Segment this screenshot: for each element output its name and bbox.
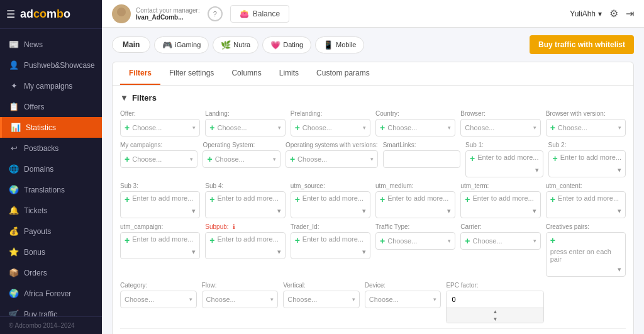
os-label: Operating System: xyxy=(203,142,280,148)
sidebar-item-label: Statistics xyxy=(26,123,56,132)
filter-sub4: Sub 4: + Enter to add more... ▾ xyxy=(205,182,285,218)
plus-icon: + xyxy=(295,123,300,133)
chevron-icon: ▾ xyxy=(618,125,621,131)
sidebar-header: ☰ adcombo xyxy=(0,0,102,29)
username-label: YuliAhh xyxy=(570,9,596,18)
prelanding-select[interactable]: + Choose... ▾ xyxy=(291,119,370,136)
epc-up-button[interactable]: ▲ xyxy=(447,308,543,316)
vertical-select[interactable]: Choose... ▾ xyxy=(283,291,360,308)
tab-igaming[interactable]: 🎮 iGaming xyxy=(154,36,209,53)
plus-icon: + xyxy=(380,123,385,133)
traffic-type-select[interactable]: + Choose... ▾ xyxy=(375,232,455,250)
category-select[interactable]: Choose... ▾ xyxy=(120,291,197,308)
trader-id-select[interactable]: + Enter to add more... ▾ xyxy=(291,232,370,259)
logout-icon[interactable]: ⇥ xyxy=(626,8,634,19)
carrier-select[interactable]: + Choose... ▾ xyxy=(460,232,540,250)
smartlinks-input[interactable] xyxy=(383,150,460,168)
balance-label: Balance xyxy=(253,9,280,18)
hamburger-icon[interactable]: ☰ xyxy=(6,8,15,20)
panel-tabs: Filters Filter settings Columns Limits C… xyxy=(113,62,633,86)
browser-version-label: Browser with version: xyxy=(546,110,626,117)
filter-vertical: Vertical: Choose... ▾ xyxy=(283,282,360,323)
sidebar-item-label: News xyxy=(24,40,43,49)
sidebar-item-statistics[interactable]: 📊 Statistics xyxy=(0,117,102,138)
sidebar-item-my-campaigns[interactable]: ✦ My campaigns xyxy=(0,75,102,96)
chevron-icon: ▾ xyxy=(278,125,281,131)
epc-input[interactable] xyxy=(447,291,543,308)
landing-label: Landing: xyxy=(205,110,285,117)
tab-dating[interactable]: 💗 Dating xyxy=(262,36,311,53)
filter-creatives-pairs: Creatives pairs: + press enter on each p… xyxy=(546,223,626,277)
filter-utm-medium: utm_medium: + Enter to add more... ▾ xyxy=(375,182,455,218)
collapse-icon[interactable]: ▼ xyxy=(120,93,128,103)
sidebar-item-offers[interactable]: 📋 Offers xyxy=(0,96,102,117)
sidebar-item-news[interactable]: 📰 News xyxy=(0,34,102,55)
buy-traffic-button[interactable]: Buy traffic with whitelist xyxy=(530,35,634,54)
utm-medium-select[interactable]: + Enter to add more... ▾ xyxy=(375,191,455,218)
utm-term-select[interactable]: + Enter to add more... ▾ xyxy=(460,191,540,218)
browser-select[interactable]: Choose... ▾ xyxy=(460,119,540,136)
tab-filters[interactable]: Filters xyxy=(120,62,160,85)
sidebar-item-label: Bonus xyxy=(24,248,45,257)
balance-button[interactable]: 👛 Balance xyxy=(230,5,289,23)
tab-main[interactable]: Main xyxy=(112,36,150,53)
device-select[interactable]: Choose... ▾ xyxy=(365,291,441,308)
tab-columns[interactable]: Columns xyxy=(223,62,270,85)
settings-icon[interactable]: ⚙ xyxy=(609,8,618,19)
filter-row-2: My campaigns: + Choose... ▾ Operating Sy… xyxy=(120,142,626,177)
landing-select[interactable]: + Choose... ▾ xyxy=(205,119,285,136)
flow-select[interactable]: Choose... ▾ xyxy=(202,291,279,308)
sidebar-item-domains[interactable]: 🌐 Domains xyxy=(0,159,102,179)
user-menu-button[interactable]: YuliAhh ▾ xyxy=(570,9,602,18)
plus-icon: + xyxy=(553,153,558,164)
filter-prelanding: Prelanding: + Choose... ▾ xyxy=(291,110,370,136)
filters-area: ▼ Filters Offer: + Choose... ▾ xyxy=(113,86,633,334)
os-select[interactable]: + Choose... ▾ xyxy=(203,150,280,168)
my-campaigns-select[interactable]: + Choose... ▾ xyxy=(120,150,197,168)
sub1-select[interactable]: + Enter to add more... ▾ xyxy=(465,150,543,177)
sub3-select[interactable]: + Enter to add more... ▾ xyxy=(120,191,200,218)
utm-source-select[interactable]: + Enter to add more... ▾ xyxy=(291,191,370,218)
chevron-icon: ▾ xyxy=(533,125,536,131)
smartlinks-label: SmartLinks: xyxy=(383,142,460,148)
offer-select[interactable]: + Choose... ▾ xyxy=(120,119,200,136)
tab-limits[interactable]: Limits xyxy=(270,62,308,85)
sidebar-item-orders[interactable]: 📦 Orders xyxy=(0,262,102,283)
os-version-select[interactable]: + Choose... ▾ xyxy=(286,150,378,168)
epc-down-button[interactable]: ▼ xyxy=(447,316,543,323)
tab-filter-settings[interactable]: Filter settings xyxy=(160,62,223,85)
browser-version-select[interactable]: + Choose... ▾ xyxy=(546,119,626,136)
subpub-select[interactable]: + Enter to add more... ▾ xyxy=(205,232,285,259)
sub4-select[interactable]: + Enter to add more... ▾ xyxy=(205,191,285,218)
plus-icon: + xyxy=(550,194,555,204)
sidebar-item-translations[interactable]: 🌍 Translations xyxy=(0,179,102,200)
chevron-icon: ▾ xyxy=(189,296,192,303)
tab-mobile[interactable]: 📱 Mobile xyxy=(315,36,364,53)
utm-content-select[interactable]: + Enter to add more... ▾ xyxy=(546,191,626,218)
pushweb-icon: 👤 xyxy=(9,60,19,70)
sidebar-item-bonus[interactable]: ⭐ Bonus xyxy=(0,242,102,262)
filter-browser: Browser: Choose... ▾ xyxy=(460,110,540,136)
sub1-label: Sub 1: xyxy=(465,142,543,148)
sidebar-item-tickets[interactable]: 🔔 Tickets xyxy=(0,200,102,221)
sidebar-item-label: Pushweb&Showcase xyxy=(24,61,95,70)
tab-nutra[interactable]: 🌿 Nutra xyxy=(213,36,258,53)
country-select[interactable]: + Choose... ▾ xyxy=(375,119,455,136)
epc-input-wrap: ▲ ▼ xyxy=(446,291,544,323)
chevron-icon: ▾ xyxy=(362,207,366,215)
my-campaigns-label: My campaigns: xyxy=(120,142,197,148)
country-label: Country: xyxy=(375,110,455,117)
sidebar-item-africa[interactable]: 🌍 Africa Forever xyxy=(0,283,102,304)
sidebar-item-pushweb[interactable]: 👤 Pushweb&Showcase xyxy=(0,55,102,75)
help-button[interactable]: ? xyxy=(208,6,223,21)
sidebar-item-buy-traffic[interactable]: 🛒 Buy traffic xyxy=(0,304,102,316)
sub2-label: Sub 2: xyxy=(548,142,626,148)
utm-campaign-select[interactable]: + Enter to add more... ▾ xyxy=(120,232,200,259)
creatives-pairs-select[interactable]: + press enter on each pair ▾ xyxy=(546,232,626,277)
sidebar-item-postbacks[interactable]: ↩ Postbacks xyxy=(0,138,102,159)
sidebar-item-payouts[interactable]: 💰 Payouts xyxy=(0,221,102,242)
offer-label: Offer: xyxy=(120,110,200,117)
plus-icon: + xyxy=(550,235,555,245)
tab-custom-params[interactable]: Custom params xyxy=(308,62,379,85)
sub2-select[interactable]: + Enter to add more... ▾ xyxy=(548,150,626,177)
